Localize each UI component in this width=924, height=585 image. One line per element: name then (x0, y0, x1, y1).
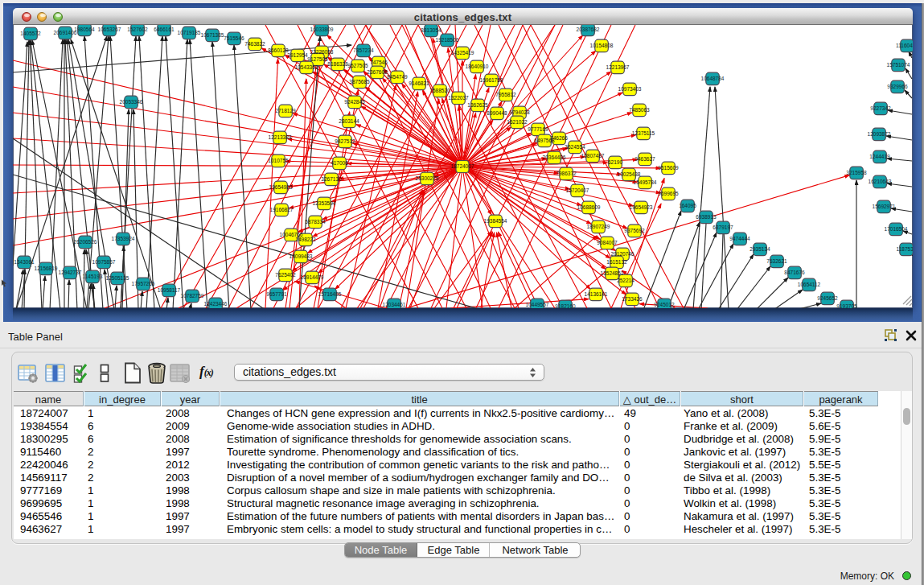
svg-text:15751074: 15751074 (887, 62, 910, 68)
svg-text:16210643: 16210643 (869, 179, 892, 184)
svg-text:1145193: 1145193 (83, 274, 103, 279)
svg-text:9427512: 9427512 (335, 138, 355, 144)
svg-text:23226058: 23226058 (310, 49, 334, 55)
svg-text:417006: 417006 (331, 160, 348, 166)
svg-text:3267130: 3267130 (321, 176, 342, 182)
svg-text:12375115: 12375115 (632, 130, 655, 136)
svg-text:9375692: 9375692 (624, 228, 645, 233)
svg-text:2367608: 2367608 (367, 69, 388, 75)
svg-text:7515546: 7515546 (224, 35, 244, 41)
svg-text:9227342: 9227342 (870, 105, 891, 111)
svg-text:25300275: 25300275 (416, 175, 439, 181)
svg-text:1362625: 1362625 (467, 102, 488, 108)
svg-text:746266: 746266 (550, 135, 568, 141)
svg-text:12156819: 12156819 (35, 266, 58, 271)
svg-text:10025438: 10025438 (618, 171, 641, 177)
svg-text:9794028: 9794028 (509, 109, 530, 115)
svg-text:3624554: 3624554 (565, 144, 585, 150)
svg-text:10688609: 10688609 (577, 204, 601, 210)
svg-text:164095: 164095 (679, 203, 696, 208)
svg-text:12213967: 12213967 (606, 64, 630, 70)
svg-text:17353924: 17353924 (112, 236, 135, 241)
svg-text:12213383: 12213383 (269, 134, 292, 140)
svg-text:9146821: 9146821 (409, 80, 429, 86)
svg-text:1615132: 1615132 (606, 259, 627, 265)
svg-text:7485063: 7485063 (629, 107, 650, 113)
svg-text:7625402: 7625402 (275, 272, 296, 278)
svg-text:19654983: 19654983 (269, 184, 293, 190)
svg-text:6466161: 6466161 (154, 27, 175, 32)
svg-text:18907249: 18907249 (587, 224, 610, 229)
svg-text:18640910: 18640910 (466, 64, 489, 69)
svg-text:1010755: 1010755 (268, 158, 289, 163)
svg-text:10807487: 10807487 (581, 153, 605, 159)
svg-text:9329966: 9329966 (887, 84, 908, 89)
svg-text:18724007: 18724007 (451, 163, 474, 169)
svg-text:12034461: 12034461 (383, 302, 406, 307)
svg-text:3875685: 3875685 (349, 79, 370, 84)
svg-text:19166827: 19166827 (270, 207, 294, 212)
svg-text:10654112: 10654112 (798, 282, 821, 287)
svg-text:8186328: 8186328 (327, 61, 348, 67)
svg-text:8813054: 8813054 (421, 27, 441, 33)
svg-text:26206526: 26206526 (74, 239, 97, 245)
svg-text:1343061: 1343061 (14, 259, 35, 265)
svg-text:10648784: 10648784 (701, 76, 725, 81)
svg-text:6879197: 6879197 (713, 225, 733, 230)
svg-text:10671385: 10671385 (201, 32, 224, 38)
svg-text:9699695: 9699695 (658, 191, 679, 196)
svg-text:1621022: 1621022 (507, 119, 528, 125)
svg-text:12093872: 12093872 (868, 131, 891, 137)
svg-text:9657791: 9657791 (266, 291, 287, 297)
svg-text:11160457: 11160457 (896, 43, 913, 48)
svg-text:10719185: 10719185 (178, 30, 201, 35)
svg-text:19654923: 19654923 (630, 204, 653, 210)
svg-text:9245012: 9245012 (654, 302, 675, 307)
svg-text:7955812: 7955812 (495, 92, 516, 97)
svg-text:1980564: 1980564 (74, 27, 95, 32)
svg-text:20053346: 20053346 (120, 99, 143, 105)
svg-text:9127505: 9127505 (307, 56, 328, 62)
svg-text:1244419: 1244419 (869, 154, 890, 159)
svg-text:12353594: 12353594 (313, 200, 336, 206)
svg-text:10782759: 10782759 (181, 293, 204, 299)
svg-text:19384554: 19384554 (484, 218, 507, 224)
svg-text:14136141: 14136141 (585, 291, 608, 297)
svg-text:1405572: 1405572 (20, 31, 41, 36)
svg-text:7463822: 7463822 (244, 41, 265, 47)
svg-text:10653267: 10653267 (98, 27, 121, 32)
svg-text:12942737: 12942737 (59, 270, 82, 275)
svg-text:3215958: 3215958 (846, 170, 867, 175)
svg-text:5878334: 5878334 (305, 219, 326, 225)
svg-text:9245652: 9245652 (817, 295, 838, 301)
svg-text:9474444: 9474444 (729, 236, 750, 241)
svg-text:9515609: 9515609 (658, 165, 679, 171)
svg-text:8471676: 8471676 (784, 270, 805, 275)
svg-text:20387682: 20387682 (577, 27, 600, 32)
svg-text:7588520: 7588520 (429, 88, 450, 93)
svg-text:10543362: 10543362 (295, 64, 318, 70)
svg-text:2803144: 2803144 (339, 118, 359, 124)
svg-text:9777169: 9777169 (528, 126, 548, 132)
svg-text:7632621: 7632621 (766, 258, 787, 264)
svg-text:1322037: 1322037 (448, 95, 469, 101)
svg-text:15716485: 15716485 (318, 291, 342, 297)
svg-text:13524851: 13524851 (601, 270, 624, 276)
svg-text:8990448: 8990448 (487, 110, 507, 116)
svg-text:8660128: 8660128 (268, 47, 289, 53)
svg-text:9463627: 9463627 (634, 156, 655, 162)
svg-text:15720407: 15720407 (566, 187, 589, 193)
svg-text:9242845: 9242845 (344, 99, 365, 105)
svg-text:14099483: 14099483 (290, 253, 313, 259)
svg-text:1498222: 1498222 (295, 237, 316, 242)
svg-text:12423446: 12423446 (204, 301, 228, 307)
svg-text:19218506: 19218506 (436, 37, 459, 43)
svg-text:17957265: 17957265 (132, 281, 155, 286)
svg-text:1527602: 1527602 (127, 27, 148, 32)
svg-text:16961758: 16961758 (480, 77, 503, 83)
svg-text:62190: 62190 (608, 159, 622, 165)
svg-text:12505135: 12505135 (106, 275, 129, 281)
svg-text:252214: 252214 (617, 278, 634, 283)
svg-text:20364436: 20364436 (543, 154, 566, 160)
svg-text:1733426: 1733426 (622, 296, 643, 302)
